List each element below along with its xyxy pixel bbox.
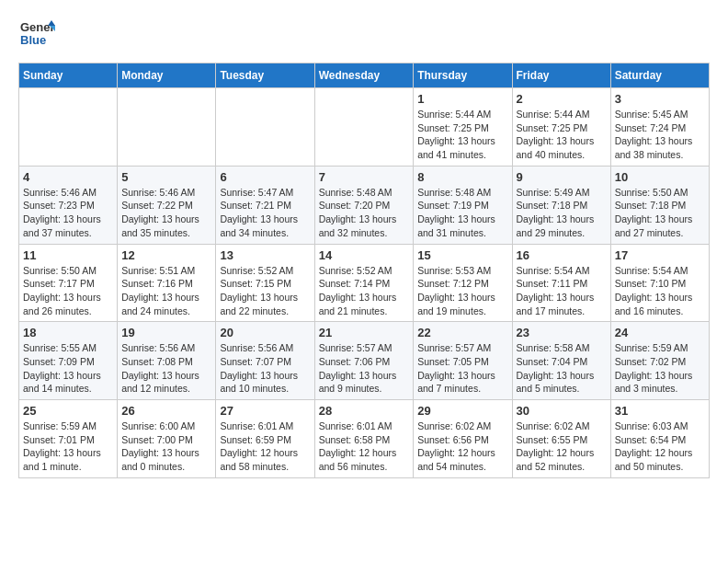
col-header-friday: Friday <box>512 63 610 88</box>
calendar-cell: 17Sunrise: 5:54 AM Sunset: 7:10 PM Dayli… <box>610 244 709 322</box>
day-number: 24 <box>615 326 705 339</box>
day-info: Sunrise: 5:51 AM Sunset: 7:16 PM Dayligh… <box>121 264 211 318</box>
calendar-cell: 3Sunrise: 5:45 AM Sunset: 7:24 PM Daylig… <box>610 88 709 167</box>
day-number: 16 <box>517 248 607 262</box>
day-number: 2 <box>517 92 607 106</box>
day-info: Sunrise: 5:57 AM Sunset: 7:05 PM Dayligh… <box>417 341 507 396</box>
calendar-cell: 19Sunrise: 5:56 AM Sunset: 7:08 PM Dayli… <box>118 322 216 400</box>
day-info: Sunrise: 5:54 AM Sunset: 7:10 PM Dayligh… <box>615 264 705 318</box>
calendar-cell: 31Sunrise: 6:03 AM Sunset: 6:54 PM Dayli… <box>610 400 709 478</box>
day-number: 28 <box>319 404 410 418</box>
day-number: 20 <box>220 326 310 339</box>
day-info: Sunrise: 5:44 AM Sunset: 7:25 PM Dayligh… <box>417 108 507 162</box>
calendar-cell: 9Sunrise: 5:49 AM Sunset: 7:18 PM Daylig… <box>512 166 610 244</box>
day-number: 6 <box>220 170 310 184</box>
day-info: Sunrise: 5:45 AM Sunset: 7:24 PM Dayligh… <box>615 108 705 162</box>
day-number: 21 <box>319 326 410 339</box>
day-info: Sunrise: 5:55 AM Sunset: 7:09 PM Dayligh… <box>23 341 113 396</box>
svg-text:General: General <box>20 20 55 34</box>
day-info: Sunrise: 5:59 AM Sunset: 7:01 PM Dayligh… <box>23 419 113 474</box>
week-row-5: 25Sunrise: 5:59 AM Sunset: 7:01 PM Dayli… <box>19 400 710 478</box>
day-info: Sunrise: 6:02 AM Sunset: 6:56 PM Dayligh… <box>417 419 507 474</box>
day-number: 25 <box>23 404 113 418</box>
day-number: 22 <box>417 326 507 339</box>
col-header-monday: Monday <box>118 63 216 88</box>
col-header-tuesday: Tuesday <box>216 63 314 88</box>
calendar-cell: 25Sunrise: 5:59 AM Sunset: 7:01 PM Dayli… <box>19 400 118 478</box>
day-number: 13 <box>220 248 310 262</box>
day-info: Sunrise: 5:50 AM Sunset: 7:18 PM Dayligh… <box>615 186 705 240</box>
calendar-cell: 28Sunrise: 6:01 AM Sunset: 6:58 PM Dayli… <box>314 400 414 478</box>
day-number: 5 <box>121 170 211 184</box>
calendar-cell: 7Sunrise: 5:48 AM Sunset: 7:20 PM Daylig… <box>314 166 414 244</box>
day-number: 30 <box>517 404 607 418</box>
day-info: Sunrise: 5:56 AM Sunset: 7:08 PM Dayligh… <box>121 341 211 396</box>
calendar-cell <box>19 88 118 167</box>
calendar-cell: 10Sunrise: 5:50 AM Sunset: 7:18 PM Dayli… <box>610 166 709 244</box>
day-number: 3 <box>615 92 705 106</box>
day-number: 18 <box>23 326 113 339</box>
day-info: Sunrise: 5:58 AM Sunset: 7:04 PM Dayligh… <box>517 341 607 396</box>
col-header-thursday: Thursday <box>414 63 512 88</box>
calendar-cell: 20Sunrise: 5:56 AM Sunset: 7:07 PM Dayli… <box>216 322 314 400</box>
col-header-sunday: Sunday <box>19 63 118 88</box>
day-info: Sunrise: 5:48 AM Sunset: 7:19 PM Dayligh… <box>417 186 507 240</box>
day-number: 14 <box>319 248 410 262</box>
calendar-cell: 2Sunrise: 5:44 AM Sunset: 7:25 PM Daylig… <box>512 88 610 167</box>
day-number: 10 <box>615 170 705 184</box>
day-info: Sunrise: 5:52 AM Sunset: 7:14 PM Dayligh… <box>319 264 410 318</box>
calendar-cell: 8Sunrise: 5:48 AM Sunset: 7:19 PM Daylig… <box>414 166 512 244</box>
calendar-table: SundayMondayTuesdayWednesdayThursdayFrid… <box>18 63 710 478</box>
calendar-cell: 22Sunrise: 5:57 AM Sunset: 7:05 PM Dayli… <box>414 322 512 400</box>
day-number: 26 <box>121 404 211 418</box>
day-number: 15 <box>417 248 507 262</box>
col-header-saturday: Saturday <box>610 63 709 88</box>
day-number: 11 <box>23 248 113 262</box>
day-number: 31 <box>615 404 705 418</box>
day-number: 17 <box>615 248 705 262</box>
calendar-cell: 24Sunrise: 5:59 AM Sunset: 7:02 PM Dayli… <box>610 322 709 400</box>
day-number: 23 <box>517 326 607 339</box>
calendar-cell: 6Sunrise: 5:47 AM Sunset: 7:21 PM Daylig… <box>216 166 314 244</box>
week-row-1: 1Sunrise: 5:44 AM Sunset: 7:25 PM Daylig… <box>19 88 710 167</box>
day-info: Sunrise: 5:44 AM Sunset: 7:25 PM Dayligh… <box>517 108 607 162</box>
calendar-cell: 30Sunrise: 6:02 AM Sunset: 6:55 PM Dayli… <box>512 400 610 478</box>
week-row-3: 11Sunrise: 5:50 AM Sunset: 7:17 PM Dayli… <box>19 244 710 322</box>
svg-text:Blue: Blue <box>20 33 46 47</box>
calendar-cell: 5Sunrise: 5:46 AM Sunset: 7:22 PM Daylig… <box>118 166 216 244</box>
calendar-cell: 13Sunrise: 5:52 AM Sunset: 7:15 PM Dayli… <box>216 244 314 322</box>
day-info: Sunrise: 5:48 AM Sunset: 7:20 PM Dayligh… <box>319 186 410 240</box>
day-info: Sunrise: 5:56 AM Sunset: 7:07 PM Dayligh… <box>220 341 310 396</box>
day-info: Sunrise: 5:49 AM Sunset: 7:18 PM Dayligh… <box>517 186 607 240</box>
calendar-cell: 23Sunrise: 5:58 AM Sunset: 7:04 PM Dayli… <box>512 322 610 400</box>
calendar-cell <box>216 88 314 167</box>
day-info: Sunrise: 6:02 AM Sunset: 6:55 PM Dayligh… <box>517 419 607 474</box>
week-row-2: 4Sunrise: 5:46 AM Sunset: 7:23 PM Daylig… <box>19 166 710 244</box>
col-header-wednesday: Wednesday <box>314 63 414 88</box>
day-number: 12 <box>121 248 211 262</box>
page-header: General Blue <box>18 18 710 48</box>
day-info: Sunrise: 5:50 AM Sunset: 7:17 PM Dayligh… <box>23 264 113 318</box>
day-info: Sunrise: 6:01 AM Sunset: 6:58 PM Dayligh… <box>319 419 410 474</box>
day-info: Sunrise: 6:01 AM Sunset: 6:59 PM Dayligh… <box>220 419 310 474</box>
calendar-cell: 4Sunrise: 5:46 AM Sunset: 7:23 PM Daylig… <box>19 166 118 244</box>
calendar-cell: 16Sunrise: 5:54 AM Sunset: 7:11 PM Dayli… <box>512 244 610 322</box>
calendar-cell: 15Sunrise: 5:53 AM Sunset: 7:12 PM Dayli… <box>414 244 512 322</box>
calendar-cell: 1Sunrise: 5:44 AM Sunset: 7:25 PM Daylig… <box>414 88 512 167</box>
day-number: 27 <box>220 404 310 418</box>
day-info: Sunrise: 5:57 AM Sunset: 7:06 PM Dayligh… <box>319 341 410 396</box>
day-info: Sunrise: 5:46 AM Sunset: 7:23 PM Dayligh… <box>23 186 113 240</box>
day-number: 7 <box>319 170 410 184</box>
calendar-cell: 18Sunrise: 5:55 AM Sunset: 7:09 PM Dayli… <box>19 322 118 400</box>
calendar-cell: 12Sunrise: 5:51 AM Sunset: 7:16 PM Dayli… <box>118 244 216 322</box>
day-number: 1 <box>417 92 507 106</box>
day-info: Sunrise: 5:53 AM Sunset: 7:12 PM Dayligh… <box>417 264 507 318</box>
calendar-cell: 21Sunrise: 5:57 AM Sunset: 7:06 PM Dayli… <box>314 322 414 400</box>
calendar-cell: 26Sunrise: 6:00 AM Sunset: 7:00 PM Dayli… <box>118 400 216 478</box>
header-row: SundayMondayTuesdayWednesdayThursdayFrid… <box>19 63 710 88</box>
week-row-4: 18Sunrise: 5:55 AM Sunset: 7:09 PM Dayli… <box>19 322 710 400</box>
calendar-cell <box>314 88 414 167</box>
calendar-cell: 27Sunrise: 6:01 AM Sunset: 6:59 PM Dayli… <box>216 400 314 478</box>
day-info: Sunrise: 5:52 AM Sunset: 7:15 PM Dayligh… <box>220 264 310 318</box>
day-number: 9 <box>517 170 607 184</box>
